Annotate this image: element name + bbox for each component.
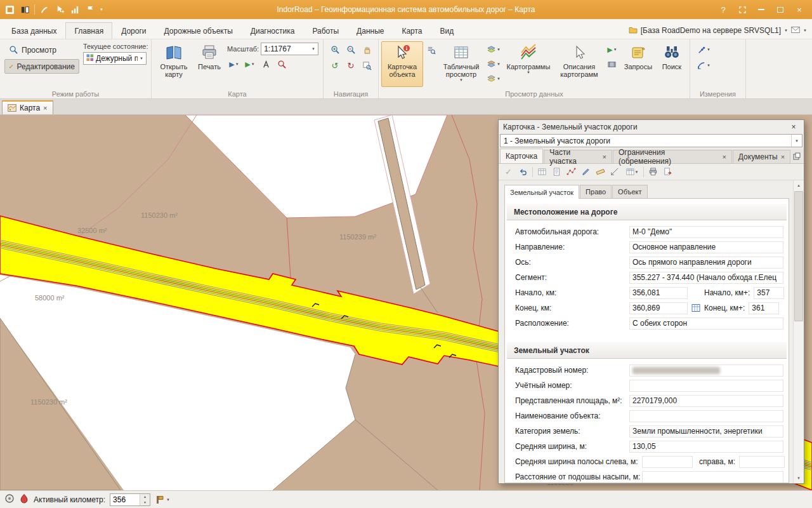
pan-button[interactable]	[360, 43, 374, 57]
zoom-selection-button[interactable]	[275, 57, 289, 71]
draw-icon[interactable]	[39, 4, 50, 15]
panel-float-button[interactable]	[791, 150, 802, 162]
measure-angle-button[interactable]: ▼	[695, 58, 712, 72]
database-selector[interactable]: [База RoadDemo на сервере SRVSQL1] ▼ ▼	[629, 22, 809, 39]
ruler-button[interactable]	[594, 165, 607, 178]
panel-titlebar[interactable]: Карточка - Земельный участок дороги ×	[499, 120, 804, 134]
scrollbar-thumb[interactable]	[794, 191, 803, 321]
inner-tab-object[interactable]: Объект	[612, 185, 647, 198]
cartograms-button[interactable]: Картограммы ▼	[503, 41, 554, 87]
inner-tab-right[interactable]: Право	[580, 185, 612, 198]
tab-close-icon[interactable]: ×	[43, 104, 47, 112]
panel-close-button[interactable]: ×	[788, 122, 799, 132]
tab-roads[interactable]: Дороги	[112, 22, 155, 39]
tab-home[interactable]: Главная	[65, 22, 112, 39]
status-locator-icon[interactable]	[4, 493, 15, 505]
mail-dropdown-icon[interactable]: ▼	[803, 29, 807, 32]
geometry-button[interactable]	[565, 165, 578, 178]
km-up-button[interactable]: ▲	[140, 494, 150, 500]
km-down-button[interactable]: ▼	[140, 500, 150, 505]
zoom-extent-button[interactable]	[360, 58, 374, 72]
active-km-input[interactable]	[110, 494, 140, 505]
tab-road-objects[interactable]: Дорожные объекты	[155, 22, 242, 39]
map-viewport[interactable]: 1150230 m² 32500 m² 1150239 m² 58000 m² …	[0, 115, 812, 490]
cartogram-descriptions-button[interactable]: Описания картограмм	[554, 41, 605, 87]
close-button[interactable]: ×	[790, 3, 808, 17]
table-view-button[interactable]: Табличный просмотр ▼	[438, 41, 484, 87]
status-marker-icon[interactable]	[19, 493, 29, 505]
tab-works[interactable]: Работы	[303, 22, 348, 39]
road-value[interactable]: М-0 "Демо"	[629, 226, 783, 238]
placement-value[interactable]: С обеих сторон	[629, 318, 783, 330]
cadastral-value[interactable]	[629, 364, 783, 377]
dropdown-icon[interactable]: ▼	[140, 57, 143, 60]
scroll-up-button[interactable]: ▲	[794, 180, 804, 190]
direction-value[interactable]: Основное направление	[629, 241, 783, 253]
active-km-spinbox[interactable]: ▲ ▼	[110, 493, 150, 506]
panel-scrollbar[interactable]: ▲ ▼	[793, 180, 804, 483]
panel-tab-restrictions[interactable]: Ограничения (обременения)×	[613, 150, 732, 163]
edit-geometry-button[interactable]	[579, 165, 593, 178]
layers-view-button-3[interactable]: ▼	[485, 72, 502, 86]
km-post-selector[interactable]: ▼	[155, 495, 170, 505]
edit-mode-button[interactable]: Редактирование	[4, 59, 79, 74]
minimize-button[interactable]	[752, 3, 770, 17]
dropdown-icon[interactable]: ▼	[166, 498, 170, 502]
chart-icon[interactable]	[69, 4, 81, 15]
end-km-plus-value[interactable]: 361	[749, 302, 779, 314]
end-km-value[interactable]: 360,869	[629, 302, 688, 314]
category-value[interactable]: Земли промышленности, энергетики	[629, 425, 783, 438]
search-button[interactable]: Поиск	[657, 41, 687, 87]
export-button[interactable]	[661, 165, 674, 178]
queries-button[interactable]: Запросы	[620, 41, 657, 87]
open-map-button[interactable]: Открыть карту	[154, 41, 193, 87]
maximize-button[interactable]	[771, 3, 789, 17]
tab-database[interactable]: База данных	[3, 22, 65, 39]
current-state-combo[interactable]: Дежурный п ▼	[83, 52, 147, 65]
select-plus-icon[interactable]	[54, 4, 65, 15]
help-button[interactable]: ?	[714, 3, 732, 17]
scheme-icon[interactable]	[19, 4, 30, 15]
view-forward-button[interactable]: ↻	[344, 58, 358, 72]
view-mode-button[interactable]: Просмотр	[4, 43, 79, 57]
embankment-value[interactable]	[642, 471, 783, 483]
panel-tab-documents[interactable]: Документы×	[733, 150, 790, 163]
segment-value[interactable]: 355.227 - 374.440 (Начало обхода г.Елец	[629, 272, 783, 284]
route-play-button[interactable]: ▶▼	[605, 43, 619, 57]
start-km-value[interactable]: 356,081	[629, 287, 688, 299]
database-dropdown-icon[interactable]: ▼	[784, 29, 788, 32]
scroll-down-button[interactable]: ▼	[794, 473, 804, 483]
area-value[interactable]: 2270179,000	[629, 395, 783, 407]
layers-view-button-2[interactable]: ▼	[485, 57, 502, 71]
sheet-button[interactable]	[550, 165, 563, 178]
dropdown-icon[interactable]: ▼	[311, 47, 315, 51]
table-button[interactable]	[535, 165, 549, 178]
label-style-button[interactable]	[259, 57, 273, 71]
zoom-in-button[interactable]	[328, 43, 342, 57]
tab-view[interactable]: Вид	[431, 22, 463, 39]
zoom-out-button[interactable]	[344, 43, 358, 57]
avg-width-value[interactable]: 130,05	[629, 441, 783, 453]
object-report-button[interactable]	[424, 43, 438, 57]
tab-map[interactable]: Карта	[393, 22, 431, 39]
axis-measure-button[interactable]	[608, 165, 622, 178]
app-icon[interactable]	[4, 4, 15, 15]
measure-distance-button[interactable]: ▼	[695, 43, 712, 57]
qat-dropdown-icon[interactable]: ▼	[100, 8, 103, 11]
tab-close-icon[interactable]: ×	[722, 153, 726, 161]
tab-close-icon[interactable]: ×	[603, 153, 606, 161]
print-button[interactable]: Печать	[193, 41, 225, 87]
account-value[interactable]	[629, 380, 783, 392]
apply-button[interactable]: ✓	[502, 165, 515, 178]
layers-view-button-1[interactable]: ▼	[485, 43, 502, 57]
tab-close-icon[interactable]: ×	[781, 153, 785, 161]
print-card-button[interactable]	[646, 165, 660, 178]
route-scheme-button[interactable]	[605, 57, 619, 71]
view-back-button[interactable]: ↺	[328, 58, 342, 72]
right-width-value[interactable]	[739, 456, 785, 468]
tab-data[interactable]: Данные	[348, 22, 393, 39]
panel-tab-parts[interactable]: Части участка×	[544, 150, 612, 163]
start-km-plus-value[interactable]: 357	[754, 287, 784, 299]
left-width-value[interactable]	[642, 456, 693, 468]
object-card-button[interactable]: Карточка объекта	[381, 41, 423, 87]
